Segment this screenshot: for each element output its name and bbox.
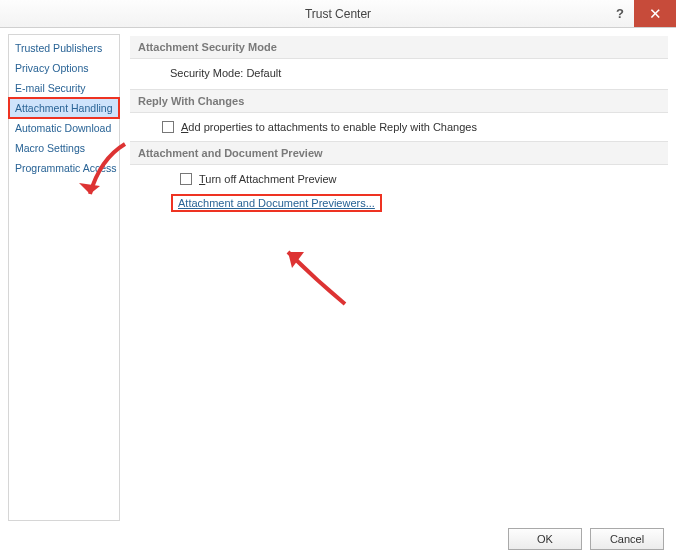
sidebar-item-label: Automatic Download xyxy=(15,122,111,134)
previewers-button[interactable]: Attachment and Document Previewers... xyxy=(172,195,381,211)
window-title: Trust Center xyxy=(0,7,676,21)
help-button[interactable]: ? xyxy=(606,0,634,27)
sidebar: Trusted Publishers Privacy Options E-mai… xyxy=(8,34,120,521)
turnoff-preview-row[interactable]: Turn off Attachment Preview xyxy=(130,173,668,185)
titlebar-controls: ? ✕ xyxy=(606,0,676,27)
section-heading-preview: Attachment and Document Preview xyxy=(130,141,668,165)
close-button[interactable]: ✕ xyxy=(634,0,676,27)
turnoff-preview-checkbox[interactable] xyxy=(180,173,192,185)
sidebar-item-label: Attachment Handling xyxy=(15,102,112,114)
reply-changes-label: Add properties to attachments to enable … xyxy=(181,121,477,133)
reply-changes-checkbox[interactable] xyxy=(162,121,174,133)
dialog-body: Trusted Publishers Privacy Options E-mai… xyxy=(0,28,676,521)
sidebar-item-macro-settings[interactable]: Macro Settings xyxy=(9,138,119,158)
section-heading-reply-with-changes: Reply With Changes xyxy=(130,89,668,113)
titlebar: Trust Center ? ✕ xyxy=(0,0,676,28)
ok-button[interactable]: OK xyxy=(508,528,582,550)
sidebar-item-programmatic-access[interactable]: Programmatic Access xyxy=(9,158,119,178)
dialog-footer: OK Cancel xyxy=(0,521,676,557)
content-pane: Attachment Security Mode Security Mode: … xyxy=(130,34,668,521)
security-mode-value: Security Mode: Default xyxy=(130,67,668,79)
sidebar-item-label: Macro Settings xyxy=(15,142,85,154)
cancel-button[interactable]: Cancel xyxy=(590,528,664,550)
sidebar-item-label: Privacy Options xyxy=(15,62,89,74)
sidebar-item-attachment-handling[interactable]: Attachment Handling xyxy=(9,98,119,118)
sidebar-item-label: E-mail Security xyxy=(15,82,86,94)
sidebar-item-privacy-options[interactable]: Privacy Options xyxy=(9,58,119,78)
sidebar-item-automatic-download[interactable]: Automatic Download xyxy=(9,118,119,138)
annotation-arrow-icon xyxy=(270,234,360,314)
sidebar-item-trusted-publishers[interactable]: Trusted Publishers xyxy=(9,38,119,58)
sidebar-item-email-security[interactable]: E-mail Security xyxy=(9,78,119,98)
turnoff-preview-label: Turn off Attachment Preview xyxy=(199,173,337,185)
sidebar-item-label: Trusted Publishers xyxy=(15,42,102,54)
sidebar-item-label: Programmatic Access xyxy=(15,162,117,174)
section-heading-security-mode: Attachment Security Mode xyxy=(130,36,668,59)
svg-marker-1 xyxy=(288,252,304,268)
reply-changes-checkbox-row[interactable]: Add properties to attachments to enable … xyxy=(130,121,668,133)
